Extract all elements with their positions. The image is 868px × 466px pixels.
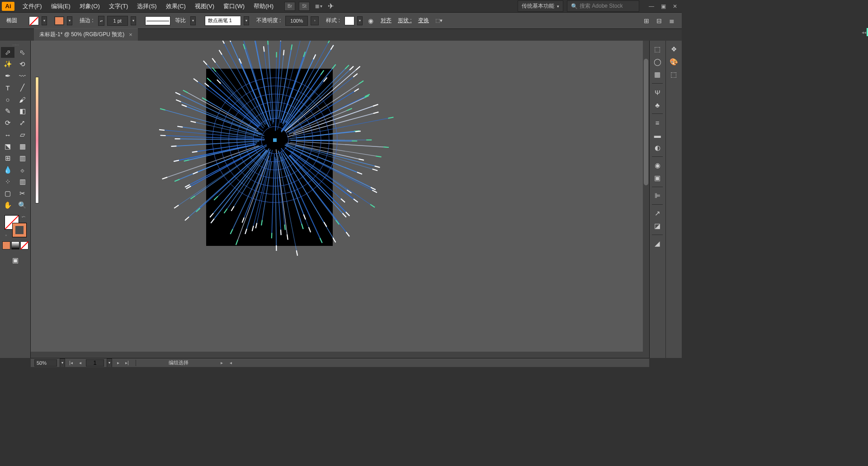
graphic-styles-panel-icon[interactable]: ▣ [651, 172, 664, 184]
symbol-sprayer-tool[interactable]: ⁘ [1, 176, 14, 187]
line-tool[interactable]: ╱ [16, 82, 29, 93]
opacity-dropdown[interactable]: › [311, 16, 319, 25]
transform-icon[interactable]: ⬚▾ [434, 16, 444, 26]
shape-label[interactable]: 形状 : [398, 17, 412, 24]
transparency-panel-icon[interactable]: ◐ [651, 142, 664, 154]
search-stock-input[interactable]: 🔍 搜索 Adobe Stock [567, 0, 639, 12]
stroke-weight-input[interactable] [107, 16, 128, 26]
properties-panel-icon[interactable]: ⬚ [651, 43, 664, 55]
stroke-panel-icon[interactable]: ≡ [651, 117, 664, 128]
gradient-annotator[interactable] [35, 77, 39, 203]
gradient-panel-icon[interactable]: ▬ [651, 129, 664, 141]
stroke-dropdown[interactable]: ▾ [67, 16, 72, 25]
align-to-icon[interactable]: ⊟ [654, 16, 665, 26]
stroke-swatch[interactable] [54, 16, 64, 25]
fill-swatch[interactable] [29, 16, 39, 25]
style-dropdown[interactable]: ▾ [357, 16, 363, 25]
bridge-icon[interactable]: Br [284, 2, 295, 11]
transform-label[interactable]: 变换 [418, 17, 429, 24]
zoom-level-dropdown[interactable]: 50% [34, 359, 57, 367]
color-panel-icon[interactable]: 🎨 [667, 56, 680, 68]
ellipse-tool[interactable]: ○ [1, 94, 14, 105]
arrange-icon[interactable]: ▦ ▾ [313, 2, 324, 11]
direct-selection-tool[interactable]: ⬁ [16, 47, 29, 58]
canvas-area[interactable] [31, 41, 649, 358]
eraser-tool[interactable]: ◧ [16, 106, 29, 117]
selection-tool[interactable]: ⬀ [1, 47, 14, 58]
shape-builder-tool[interactable]: ⬔ [1, 141, 14, 152]
close-button[interactable]: ✕ [670, 2, 680, 10]
swatches-panel-icon[interactable]: ▦ [651, 69, 664, 80]
menu-file[interactable]: 文件(F) [18, 0, 47, 12]
prev-artboard-button[interactable]: ◂ [77, 360, 83, 366]
next-artboard-button[interactable]: ▸ [115, 360, 121, 366]
width-tool[interactable]: ↔ [1, 129, 14, 140]
horizontal-scrollbar[interactable] [31, 352, 643, 358]
hand-tool[interactable]: ✋ [1, 200, 14, 211]
type-tool[interactable]: T [1, 82, 14, 93]
tab-close-button[interactable]: × [129, 31, 132, 38]
brushes-panel-icon[interactable]: Ψ [651, 86, 664, 98]
rotate-tool[interactable]: ⟳ [1, 118, 14, 128]
first-artboard-button[interactable]: |◂ [68, 360, 74, 366]
color-mode-none[interactable] [20, 241, 28, 249]
restore-button[interactable]: ▣ [658, 2, 668, 10]
menu-type[interactable]: 文字(T) [104, 0, 133, 12]
blend-tool[interactable]: ⟐ [16, 165, 29, 175]
appearance-panel-icon[interactable]: ◉ [651, 160, 664, 171]
pen-tool[interactable]: ✒ [1, 71, 14, 81]
column-graph-tool[interactable]: ▥ [16, 176, 29, 187]
zoom-tool[interactable]: 🔍 [16, 200, 29, 211]
fill-dropdown[interactable]: ▾ [42, 16, 47, 25]
brush-definition[interactable]: 散点画笔 1 [205, 16, 241, 26]
stroke-weight-dropdown[interactable]: ▾ [131, 16, 136, 25]
artboard-dropdown[interactable]: ▾ [107, 358, 112, 367]
scroll-left-arrow[interactable]: ◂ [227, 360, 234, 366]
opacity-input[interactable] [285, 16, 308, 26]
menu-select[interactable]: 选择(S) [132, 0, 161, 12]
vertical-scrollbar[interactable] [643, 41, 649, 358]
gpu-icon[interactable]: ✈ [328, 2, 334, 10]
isolate-icon[interactable]: ⊞ [641, 16, 652, 26]
perspective-tool[interactable]: ▦ [16, 141, 29, 152]
menu-object[interactable]: 对象(O) [75, 0, 104, 12]
panel-menu-icon[interactable]: ≣ [666, 16, 677, 26]
artboard[interactable] [206, 69, 333, 246]
symbols-panel-icon[interactable]: ♣ [651, 99, 664, 111]
workspace-switcher[interactable]: 传统基本功能 ▾ [518, 0, 563, 12]
align-panel-icon[interactable]: ⊫ [651, 190, 664, 202]
stroke-weight-stepper[interactable]: ▴▾ [98, 16, 104, 26]
color-mode-gradient[interactable] [11, 241, 19, 249]
minimize-button[interactable]: — [646, 2, 656, 10]
zoom-dropdown-arrow[interactable]: ▾ [60, 358, 65, 367]
eyedropper-tool[interactable]: 💧 [1, 165, 14, 175]
lasso-tool[interactable]: ⟲ [16, 59, 29, 70]
artboards-panel-icon[interactable]: ⬚ [667, 69, 680, 80]
gradient-tool[interactable]: ▥ [16, 153, 29, 164]
menu-help[interactable]: 帮助(H) [249, 0, 278, 12]
recolor-icon[interactable]: ◉ [365, 16, 376, 26]
artboard-number-input[interactable] [86, 359, 104, 367]
asset-export-panel-icon[interactable]: ◢ [651, 238, 664, 249]
free-transform-tool[interactable]: ▱ [16, 129, 29, 140]
fill-stroke-control[interactable]: ⤺ ▫ [5, 215, 26, 237]
transform-panel-icon[interactable]: ↗ [651, 207, 664, 219]
menu-window[interactable]: 窗口(W) [219, 0, 249, 12]
screen-mode-tool[interactable]: ▣ [9, 255, 22, 266]
default-fill-stroke-icon[interactable]: ▫ [5, 233, 7, 238]
status-menu-arrow[interactable]: ▸ [218, 360, 225, 366]
stroke-indicator[interactable] [13, 223, 26, 237]
document-tab[interactable]: 未标题-1* @ 50% (RGB/GPU 预览) × [34, 28, 138, 41]
vertical-scroll-thumb[interactable] [644, 59, 648, 185]
color-mode-solid[interactable] [2, 241, 10, 249]
last-artboard-button[interactable]: ▸| [124, 360, 130, 366]
slice-tool[interactable]: ✂ [16, 188, 29, 199]
menu-edit[interactable]: 编辑(E) [47, 0, 75, 12]
magic-wand-tool[interactable]: ✨ [1, 59, 14, 70]
libraries-panel-icon[interactable]: ◯ [651, 56, 664, 68]
stock-icon[interactable]: St [299, 2, 310, 11]
pathfinder-panel-icon[interactable]: ◪ [651, 220, 664, 232]
shaper-tool[interactable]: ✎ [1, 106, 14, 117]
artboard-tool[interactable]: ▢ [1, 188, 14, 199]
curvature-tool[interactable]: 〰 [16, 71, 29, 81]
